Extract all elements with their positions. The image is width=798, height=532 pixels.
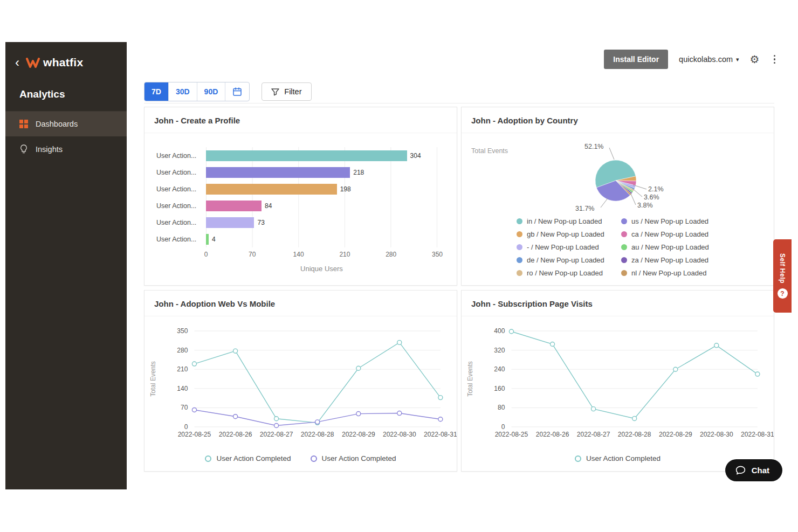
legend-label: ro / New Pop-up Loaded <box>527 269 603 277</box>
x-axis-ticks: 070140210280350 <box>206 248 437 259</box>
data-point <box>274 417 279 421</box>
data-point <box>274 423 279 427</box>
dashboard-grid: John - Create a Profile User Action...30… <box>144 107 774 472</box>
legend-item[interactable]: User Action Completed <box>575 454 661 462</box>
svg-text:160: 160 <box>494 385 505 392</box>
calendar-button[interactable] <box>225 82 249 101</box>
legend-item[interactable]: User Action Completed <box>311 454 396 462</box>
legend-item[interactable]: nl / New Pop-up Loaded <box>621 269 709 277</box>
filter-button[interactable]: Filter <box>262 82 311 101</box>
legend-label: User Action Completed <box>322 454 396 462</box>
kebab-menu-icon[interactable] <box>771 53 779 66</box>
svg-text:2022-08-26: 2022-08-26 <box>219 431 252 438</box>
x-axis-tick: 70 <box>249 251 256 258</box>
bar-category-label: User Action... <box>156 152 206 160</box>
legend-item[interactable]: - / New Pop-up Loaded <box>517 243 621 251</box>
pie-percent-label: 52.1% <box>584 143 603 150</box>
data-point <box>233 414 238 419</box>
bar-category-label: User Action... <box>156 202 206 210</box>
self-help-tab[interactable]: Self Help ? <box>773 239 792 313</box>
legend-item[interactable]: de / New Pop-up Loaded <box>517 256 621 264</box>
data-point <box>551 342 555 346</box>
data-point <box>192 407 196 412</box>
legend-dot-icon <box>621 244 627 250</box>
data-point <box>438 396 443 400</box>
legend-dot-icon <box>621 231 627 237</box>
sidebar-item-dashboards[interactable]: Dashboards <box>5 112 127 136</box>
card-title: John - Adoption by Country <box>462 107 774 133</box>
data-point <box>233 349 238 353</box>
range-30d-button[interactable]: 30D <box>169 82 197 101</box>
chat-bubble-icon <box>735 465 746 475</box>
bar <box>206 217 254 228</box>
analytics-heading: Analytics <box>5 85 127 112</box>
back-button[interactable]: ‹ <box>15 56 19 69</box>
sidebar-item-label: Dashboards <box>36 120 78 128</box>
legend-item[interactable]: us / New Pop-up Loaded <box>621 217 709 225</box>
bar-category-label: User Action... <box>156 185 206 193</box>
bar-value-label: 73 <box>257 219 264 226</box>
bar-chart: User Action...304User Action...218User A… <box>145 133 457 273</box>
legend-dot-icon <box>517 244 522 250</box>
line-chart: 0701402102803502022-08-252022-08-262022-… <box>148 324 451 442</box>
data-point <box>356 412 361 416</box>
bar <box>206 167 350 178</box>
card-subscription-page-visits: John - Subscription Page Visits 08016024… <box>461 290 774 472</box>
pie-percent-label: 31.7% <box>575 205 594 212</box>
legend-label: gb / New Pop-up Loaded <box>527 230 604 238</box>
svg-text:2022-08-28: 2022-08-28 <box>618 431 651 438</box>
chart-legend: User Action CompletedUser Action Complet… <box>145 454 457 462</box>
legend-item[interactable]: User Action Completed <box>205 454 291 462</box>
legend-label: User Action Completed <box>216 454 291 462</box>
install-editor-button[interactable]: Install Editor <box>604 50 668 69</box>
x-axis-tick: 210 <box>339 251 350 258</box>
bar-row: User Action...304 <box>156 147 447 164</box>
bar <box>206 234 209 245</box>
svg-text:2022-08-27: 2022-08-27 <box>260 431 293 438</box>
svg-text:2022-08-31: 2022-08-31 <box>741 431 774 438</box>
dashboards-icon <box>19 120 28 128</box>
app-window: ‹ whatfix Analytics Dashboards <box>5 42 793 489</box>
svg-text:2022-08-31: 2022-08-31 <box>424 431 457 438</box>
svg-text:140: 140 <box>177 385 188 392</box>
gear-icon[interactable]: ⚙ <box>750 53 760 66</box>
bar-row: User Action...84 <box>156 197 447 214</box>
legend-label: in / New Pop-up Loaded <box>527 217 602 225</box>
card-title: John - Adoption Web Vs Mobile <box>145 291 457 316</box>
account-dropdown[interactable]: quickolabs.com ▾ <box>679 55 739 64</box>
card-adoption-web-vs-mobile: John - Adoption Web Vs Mobile 0701402102… <box>144 290 457 472</box>
bar-track: 198 <box>206 184 437 195</box>
legend-item[interactable]: za / New Pop-up Loaded <box>621 256 709 264</box>
chat-button-label: Chat <box>752 466 769 475</box>
legend-item[interactable]: in / New Pop-up Loaded <box>517 217 621 225</box>
legend-dot-icon <box>621 257 627 263</box>
svg-text:2022-08-29: 2022-08-29 <box>659 431 692 438</box>
main-content: Install Editor quickolabs.com ▾ ⚙ 7D 30D… <box>127 42 793 489</box>
legend-item[interactable]: gb / New Pop-up Loaded <box>517 230 621 238</box>
whatfix-logo: whatfix <box>26 56 83 69</box>
bar-track: 4 <box>206 234 437 245</box>
svg-text:240: 240 <box>494 365 505 373</box>
legend-item[interactable]: ca / New Pop-up Loaded <box>621 230 709 238</box>
legend-item[interactable]: ro / New Pop-up Loaded <box>517 269 621 277</box>
legend-item[interactable]: au / New Pop-up Loaded <box>621 243 709 251</box>
pie-percent-label: 2.1% <box>648 185 664 193</box>
legend-label: nl / New Pop-up Loaded <box>631 269 706 277</box>
data-point <box>315 420 320 424</box>
line-chart-canvas: 0801602403204002022-08-252022-08-262022-… <box>465 324 768 440</box>
card-adoption-by-country: John - Adoption by Country Total Events <box>461 107 774 286</box>
sidebar-nav: Dashboards Insights <box>5 112 127 162</box>
bar-value-label: 4 <box>212 236 216 243</box>
bar-row: User Action...4 <box>156 231 447 247</box>
data-point <box>356 366 361 370</box>
bar-track: 304 <box>206 150 437 161</box>
pie-percent-label: 3.8% <box>637 202 653 209</box>
bar <box>206 184 337 195</box>
data-point <box>397 340 402 344</box>
sidebar-item-insights[interactable]: Insights <box>5 136 127 162</box>
range-7d-button[interactable]: 7D <box>145 82 169 101</box>
sidebar: ‹ whatfix Analytics Dashboards <box>5 42 127 489</box>
range-90d-button[interactable]: 90D <box>197 82 226 101</box>
legend-label: de / New Pop-up Loaded <box>527 256 604 264</box>
chat-button[interactable]: Chat <box>725 459 782 481</box>
